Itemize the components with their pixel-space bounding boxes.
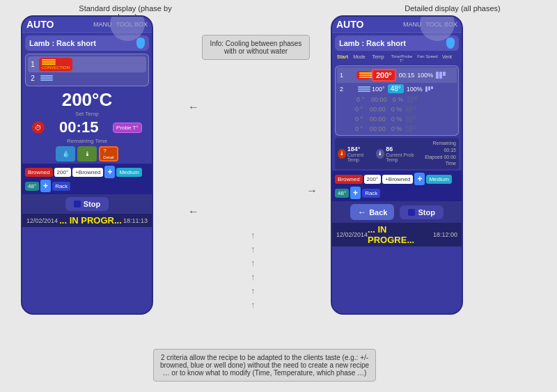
right-vent-icon-1 [436,72,446,79]
left-manu-link[interactable]: MANU [93,21,112,28]
left-preset-plus1[interactable]: + [104,166,115,178]
left-convection-icon: CONVECTION [39,58,72,71]
left-phases-area: 1 CONVECTION 2 [25,54,149,86]
left-steam-icon [39,74,54,82]
right-stop-area: ← Back Stop [332,201,462,223]
left-preset-plus-browned[interactable]: +Browned [72,168,103,177]
left-detail-btn[interactable]: ?Detail [99,146,118,162]
right-probe-sensor-icon: 🌡 [376,149,384,159]
left-phase-row-1[interactable]: 1 CONVECTION [28,56,146,72]
right-preset-plus-browned[interactable]: +Browned [382,175,413,184]
left-bottom-buttons: 💧 🌡 ?Detail [25,146,149,162]
right-phase-row-1[interactable]: 1 200° 00:15 100% [337,68,457,83]
left-big-timer: 00:15 [59,118,98,136]
right-progress-text: ... IN PROGRE... [368,224,433,245]
left-device: AUTO MANU TOOL BOX Lamb : Rack short 1 C… [21,15,153,315]
left-time: 18:11:13 [123,217,148,224]
right-vent-icon-6 [406,125,416,132]
left-humidif2-btn[interactable]: 🌡 [77,146,97,162]
right-col-headers: Start Mode Temp Time/Probe T° Fan Speed … [332,54,462,63]
right-preset-plus2[interactable]: + [350,187,361,199]
right-stop-square-icon [408,209,415,216]
right-stop-btn[interactable]: Stop [400,205,443,219]
right-preset-rack[interactable]: Rack [362,189,380,198]
left-preset-plus2[interactable]: + [40,180,51,192]
left-preset-medium[interactable]: Medium [116,168,141,177]
right-probe-label: Current Prob Temp [386,152,421,162]
left-stop-square-icon [74,201,81,207]
left-big-temp: 200°C [62,89,113,110]
right-preset-200[interactable]: 200° [364,175,382,184]
left-datetime-bar: 12/02/2014 ... IN PROGR... 18:11:13 [22,214,152,227]
left-timer-area: ⏱ 00:15 Probe T° [25,118,149,136]
left-humidif-btn[interactable]: 💧 [56,146,75,162]
right-vent-icon-2 [425,86,433,92]
right-date: 12/02/2014 [336,231,368,238]
right-vent-icon-3 [407,96,417,103]
right-preset-browned[interactable]: Browned [335,175,363,184]
left-timer-icon: ⏱ [32,121,45,134]
right-current-temp-val: 184° [347,146,372,152]
left-stop-area: Stop [22,194,152,214]
right-temp-badge-1: 200° [372,69,396,81]
left-preset-browned[interactable]: Browned [25,168,53,177]
right-conv-icon-1 [356,71,370,79]
left-preset-48[interactable]: 48° [25,182,39,191]
right-temp-sensor-icon: 🌡 [338,149,346,159]
right-preset-plus1[interactable]: + [414,173,425,185]
arrow-left-2: ← [188,205,199,218]
right-phase-row-3[interactable]: 0 ° 00:00 0 % [337,95,457,104]
left-phase-num-1: 1 [29,61,37,68]
left-remaining-label: Remaining Time [22,138,152,144]
right-phase-row-6[interactable]: 0 ° 00:00 0 % [337,124,457,134]
arrow-up-3: ↑ [251,258,256,268]
arrow-up-6: ↑ [251,299,256,310]
right-recipe-name: Lamb : Rack short [339,39,406,47]
right-manu-link[interactable]: MANU [403,21,422,28]
right-current-temp-item: 🌡 184° Current Temp [338,140,372,167]
page-container: Standard display (phase by phase) Detail… [0,0,557,392]
left-preset-200[interactable]: 200° [54,168,72,177]
right-preset-48[interactable]: 48° [335,189,349,198]
right-auto-label: AUTO [336,19,363,30]
right-phase-row-4[interactable]: 0 ° 00:00 0 % [337,104,457,114]
left-phase-row-2[interactable]: 2 [28,72,146,84]
right-vent-icon-5 [406,116,416,123]
right-phase-row-5[interactable]: 0 ° 00:00 0 % [337,114,457,124]
info-box-top: Info: Cooling between phases with or wit… [202,35,310,60]
right-current-temp-label: Current Temp [347,152,372,162]
left-date: 12/02/2014 [26,217,58,224]
left-progress-text: ... IN PROGR... [59,215,122,226]
arrow-up-4: ↑ [251,272,256,282]
right-time: 18:12:00 [433,231,457,238]
right-probe-val: 86 [386,146,421,152]
left-auto-label: AUTO [26,19,54,30]
right-preset-medium[interactable]: Medium [426,175,451,184]
right-water-icon [446,38,455,49]
arrow-up-1: ↑ [251,230,256,240]
left-probe-badge: Probe T° [113,123,142,133]
left-set-temp-label: Set Temp [22,111,152,117]
right-preset-bar: Browned 200° +Browned + Medium 48° + Rac… [332,171,462,201]
right-phase-row-2[interactable]: 2 100° 48° 100% [337,83,457,95]
right-back-btn[interactable]: ← Back [350,204,394,220]
left-preset-bar: Browned 200° +Browned + Medium 48° + Rac… [22,164,152,194]
right-sensor-row: 🌡 184° Current Temp 🌡 86 Current Prob Te… [335,138,459,169]
right-datetime-bar: 12/02/2014 ... IN PROGRE... 18:12:00 [332,223,462,246]
left-water-icon [136,38,145,49]
right-section-label: Detailed display (all phases) [393,4,512,13]
left-stop-btn[interactable]: Stop [65,197,109,211]
info-box-bottom: 2 criteria allow the recipe to be adapte… [153,349,376,382]
right-device: AUTO MANU TOOL BOX Lamb : Rack short Sta… [331,15,463,315]
right-probe-temp-item: 🌡 86 Current Prob Temp [376,140,421,167]
left-preset-rack[interactable]: Rack [52,182,70,191]
arrow-right-1: → [306,185,317,197]
arrow-up-5: ↑ [251,285,256,296]
right-remaining-info: Remaining 00:15 Elapsed 00:00 Time [425,140,456,167]
right-steam-icon-2 [356,85,370,93]
arrow-left-1: ← [188,101,199,113]
right-vent-icon-4 [406,106,416,113]
left-phase-num-2: 2 [29,75,37,82]
arrow-up-2: ↑ [251,244,256,254]
left-recipe-name: Lamb : Rack short [29,39,96,47]
